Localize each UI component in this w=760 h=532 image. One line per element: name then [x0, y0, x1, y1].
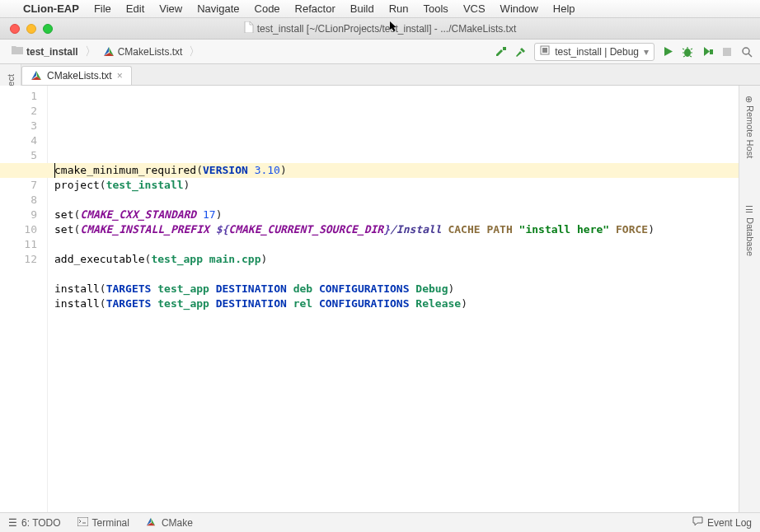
run-configuration-selector[interactable]: test_install | Debug ▾: [534, 43, 654, 61]
editor-tabs: CMakeLists.txt ×: [21, 64, 760, 86]
build-icon[interactable]: [495, 45, 508, 58]
code-editor[interactable]: 1 2 3 4 5 6 7 8 9 10 11 12 cmake_minimum…: [0, 86, 739, 512]
cmake-icon: [103, 46, 115, 58]
text-caret: [54, 163, 55, 178]
line-number-gutter: 1 2 3 4 5 6 7 8 9 10 11 12: [0, 86, 48, 512]
tool-database[interactable]: ☰ Database: [744, 201, 755, 259]
menu-run[interactable]: Run: [389, 2, 409, 15]
terminal-icon: [77, 517, 88, 529]
navigation-toolbar: test_install 〉 CMakeLists.txt 〉 test_ins…: [0, 40, 760, 64]
stop-button[interactable]: [720, 45, 734, 58]
menu-code[interactable]: Code: [255, 2, 280, 15]
menu-help[interactable]: Help: [553, 2, 575, 15]
cmake-icon: [30, 70, 42, 82]
menu-file[interactable]: File: [94, 2, 111, 15]
menu-tools[interactable]: Tools: [424, 2, 448, 15]
editor-tab-cmakelists[interactable]: CMakeLists.txt ×: [21, 66, 132, 85]
run-button[interactable]: [661, 45, 674, 58]
breadcrumb-project[interactable]: test_install: [7, 44, 83, 59]
breadcrumbs: test_install 〉 CMakeLists.txt 〉: [7, 44, 495, 59]
speech-bubble-icon: [692, 516, 703, 529]
menu-navigate[interactable]: Navigate: [197, 2, 239, 15]
folder-icon: [12, 45, 23, 58]
debug-button[interactable]: [681, 45, 694, 58]
code-content[interactable]: cmake_minimum_required(VERSION 3.10) pro…: [54, 163, 739, 311]
macos-menubar: CLion-EAP File Edit View Navigate Code R…: [0, 0, 760, 18]
svg-rect-2: [542, 48, 547, 53]
menu-vcs[interactable]: VCS: [463, 2, 486, 15]
close-tab-icon[interactable]: ×: [117, 70, 123, 82]
window-title: test_install [~/CLionProjects/test_insta…: [257, 23, 516, 35]
status-bar: ☰ 6: TODO Terminal CMake Event Log: [0, 512, 760, 532]
hammer-icon[interactable]: [514, 45, 528, 58]
dropdown-chevron-icon: ▾: [644, 46, 649, 58]
svg-rect-4: [710, 49, 713, 54]
cmake-icon: [146, 517, 157, 529]
globe-icon: ⊕: [744, 96, 755, 103]
svg-rect-0: [503, 47, 506, 50]
breadcrumb-file[interactable]: CMakeLists.txt: [98, 44, 188, 59]
status-event-log[interactable]: Event Log: [692, 516, 752, 529]
database-icon: ☰: [744, 204, 755, 215]
status-todo[interactable]: ☰ 6: TODO: [8, 517, 61, 529]
window-minimize-button[interactable]: [26, 24, 36, 34]
svg-point-6: [743, 48, 749, 54]
list-icon: ☰: [8, 517, 17, 529]
menu-edit[interactable]: Edit: [126, 2, 144, 15]
svg-rect-5: [723, 48, 731, 56]
status-cmake[interactable]: CMake: [146, 517, 193, 529]
menu-build[interactable]: Build: [350, 2, 374, 15]
window-close-button[interactable]: [10, 24, 20, 34]
status-terminal[interactable]: Terminal: [77, 517, 129, 529]
window-titlebar: test_install [~/CLionProjects/test_insta…: [0, 18, 760, 40]
menu-refactor[interactable]: Refactor: [295, 2, 335, 15]
cmake-target-icon: [540, 45, 550, 58]
right-tool-strip: ⊕ Remote Host ☰ Database: [739, 86, 760, 512]
search-everywhere-button[interactable]: [740, 45, 753, 58]
window-zoom-button[interactable]: [43, 24, 53, 34]
menu-view[interactable]: View: [159, 2, 182, 15]
chevron-right-icon: 〉: [85, 44, 96, 59]
file-icon: [244, 21, 254, 35]
svg-point-3: [684, 49, 691, 57]
app-menu[interactable]: CLion-EAP: [23, 2, 79, 15]
svg-rect-7: [77, 517, 88, 526]
chevron-right-icon: 〉: [189, 44, 200, 59]
cursor-icon: [390, 21, 397, 35]
run-with-coverage-button[interactable]: [701, 45, 714, 58]
menu-window[interactable]: Window: [500, 2, 538, 15]
inspection-ok-icon[interactable]: [724, 89, 735, 100]
